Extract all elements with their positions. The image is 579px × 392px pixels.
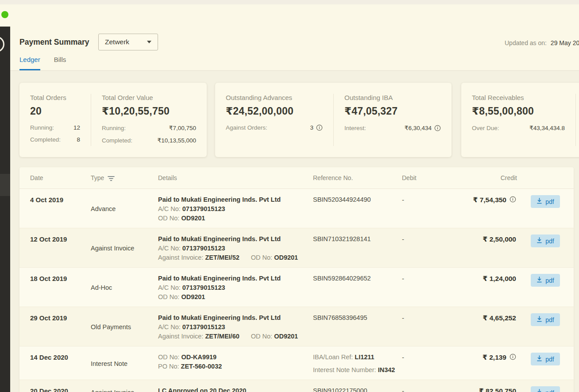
details-line: PO No: ZET-560-0032 [158, 362, 313, 371]
card-subrow-value-text: ₹43,34,434.8 [529, 124, 565, 131]
recording-dot-icon [1, 11, 8, 18]
col-header-type: Type [91, 174, 158, 181]
cell-type: Interest Note [91, 353, 158, 375]
cell-reference: SBIN520344924490 [313, 195, 402, 223]
cell-reference: SBIN91022175000 [313, 386, 402, 392]
details-line: A/C No: 071379015123 [158, 323, 313, 332]
reference-label: IBA/Loan Ref: [313, 354, 355, 361]
cell-credit: ₹ 4,65,252 [444, 313, 517, 341]
pdf-download-button[interactable]: pdf [531, 313, 560, 326]
cell-debit: - [402, 313, 444, 341]
cell-debit: - [402, 274, 444, 302]
cell-pdf: pdf [517, 313, 574, 341]
card-label: Outstanding IBA [344, 94, 441, 101]
credit-amount: ₹ 82,50,750 [479, 386, 516, 392]
details-pair: A/C No: 071379015123 [158, 245, 225, 252]
card-subrow-value: ₹6,30,434 [405, 124, 441, 131]
filter-icon[interactable] [108, 176, 115, 181]
updated-value: 29 May 202 [551, 39, 579, 46]
pdf-download-button[interactable]: pdf [531, 195, 560, 208]
details-label: Against Invoice: [158, 333, 205, 340]
reference-value: LI1211 [355, 354, 374, 361]
tab-ledger[interactable]: Ledger [19, 56, 40, 70]
card-subrow-label: Completed: [102, 137, 132, 144]
details-label: A/C No: [158, 245, 182, 252]
cell-reference: SBIN710321928141 [313, 234, 402, 262]
details-title: Paid to Mukati Engineering Inds. Pvt Ltd [158, 195, 313, 204]
cell-date: 18 Oct 2019 [19, 274, 91, 302]
card-subrow-label: Interest: [344, 125, 366, 131]
details-label: OD No: [158, 215, 181, 222]
cell-date: 4 Oct 2019 [19, 195, 91, 223]
pdf-download-button[interactable]: pdf [531, 353, 560, 365]
details-value: 071379015123 [182, 284, 225, 291]
card-subrow-value: 8 [77, 136, 80, 143]
page-header: Payment Summary Zetwerk Updated as on: 2… [10, 27, 579, 71]
updated-as-on: Updated as on: 29 May 202 [505, 39, 579, 46]
pdf-download-button[interactable]: pdf [531, 386, 560, 392]
info-icon[interactable] [510, 354, 516, 360]
reference-label: Interest Note Number: [313, 366, 378, 373]
details-label: OD No: [251, 333, 274, 340]
card-section: Outstanding Advances₹24,52,00,000Against… [215, 94, 333, 146]
card-value: ₹24,52,00,000 [226, 105, 323, 117]
col-header-debit: Debit [402, 174, 444, 181]
card-subrow: Running:12 [30, 124, 80, 131]
credit-amount: ₹ 7,54,350 [473, 195, 506, 204]
details-pair: A/C No: 071379015123 [158, 205, 225, 212]
card-value: ₹10,20,55,750 [102, 105, 196, 117]
card-subrow-value: ₹10,13,55,000 [158, 137, 196, 144]
pdf-download-button[interactable]: pdf [531, 274, 560, 287]
cell-type: Against Invoice [91, 386, 158, 392]
cell-debit: - [402, 353, 444, 375]
download-icon [537, 389, 542, 392]
card-section: Total Order Value₹10,20,55,750Running:₹7… [91, 94, 207, 146]
company-select[interactable]: Zetwerk [98, 34, 158, 50]
table-row: 18 Oct 2019Ad-HocPaid to Mukati Engineer… [19, 268, 574, 307]
details-pair: OD No: OD9201 [251, 333, 298, 340]
tab-bills[interactable]: Bills [54, 56, 66, 70]
card-label: Outstanding Advances [226, 94, 323, 101]
credit-amount: ₹ 2,139 [482, 353, 506, 362]
info-icon[interactable] [434, 125, 441, 131]
summary-card: Total Orders20Running:12Completed:8Total… [19, 83, 207, 157]
cell-reference: IBA/Loan Ref: LI1211Interest Note Number… [313, 353, 402, 375]
details-pair: A/C No: 071379015123 [158, 323, 225, 331]
pdf-button-label: pdf [545, 389, 554, 392]
tab-bar: Ledger Bills [19, 56, 66, 70]
details-value: 071379015123 [182, 323, 225, 331]
details-value: ZET-560-0032 [181, 363, 222, 370]
details-value: ZET/MEI/60 [205, 333, 239, 340]
details-line: OD No: OD9201 [158, 292, 313, 302]
card-subrow: Over Due:₹43,34,434.8 [472, 124, 565, 131]
table-row: 20 Dec 2020Against InvoiceLC Approved on… [19, 380, 574, 392]
cell-pdf: pdf [517, 234, 574, 262]
details-line: A/C No: 071379015123 [158, 204, 313, 214]
details-pair: Against Invoice: ZET/MEI/52 [158, 254, 239, 261]
col-header-details: Details [158, 174, 313, 181]
card-subrow: Completed:8 [30, 136, 80, 143]
card-label: Total Receivables [472, 94, 565, 101]
details-pair: OD No: OD-KA9919 [158, 354, 216, 361]
details-label: OD No: [158, 293, 181, 300]
cell-type: Advance [91, 195, 158, 223]
info-icon[interactable] [316, 124, 323, 131]
sidebar [0, 27, 10, 392]
company-select-value: Zetwerk [105, 38, 129, 46]
details-title: LC Approved on 20 Dec 2020 [158, 386, 313, 392]
card-subrow-value: ₹43,34,434.8 [529, 124, 565, 131]
sidebar-item-selected[interactable] [0, 174, 10, 196]
card-subrow-value: 12 [73, 124, 80, 131]
card-subrow-label: Completed: [30, 136, 61, 143]
cell-pdf: pdf [517, 353, 574, 375]
summary-card: Total Receivables₹8,55,00,800Over Due:₹4… [461, 83, 579, 157]
cell-credit: ₹ 7,54,350 [444, 195, 517, 223]
info-icon[interactable] [510, 196, 516, 203]
details-value: OD9201 [274, 254, 298, 261]
pdf-download-button[interactable]: pdf [531, 234, 560, 247]
details-value: OD9201 [181, 215, 205, 222]
details-label: Against Invoice: [158, 254, 205, 261]
card-subrow-label: Running: [30, 124, 54, 131]
card-label: Total Orders [30, 94, 80, 101]
download-icon [537, 277, 542, 284]
